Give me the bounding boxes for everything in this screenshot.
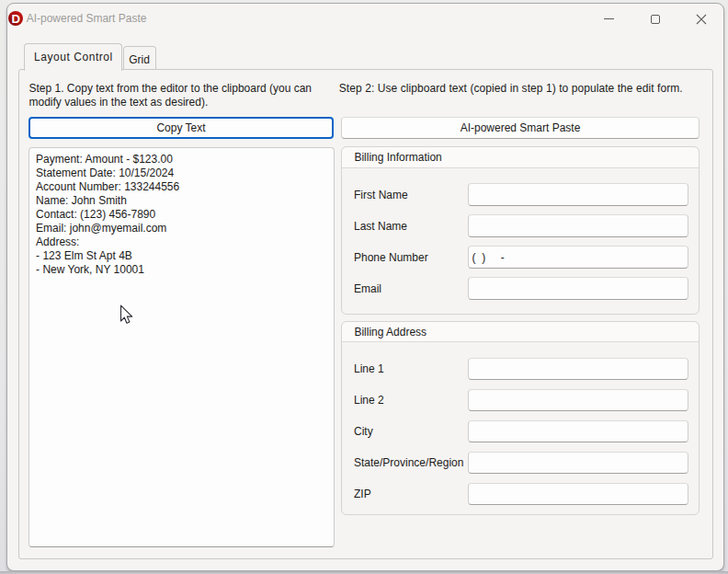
svg-text:D: D xyxy=(11,12,20,26)
